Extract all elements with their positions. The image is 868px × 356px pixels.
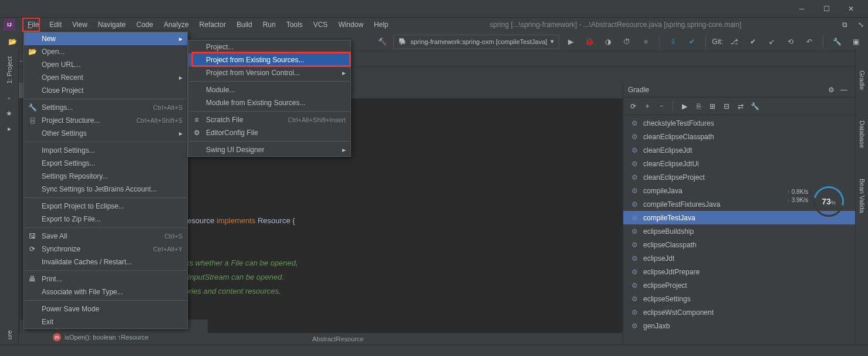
menu-navigate[interactable]: Navigate [93,19,131,31]
menu-vcs[interactable]: VCS [308,19,333,31]
file-export-settings[interactable]: Export Settings... [24,157,187,170]
debug-button[interactable]: 🐞 [582,34,597,49]
maximize-button[interactable]: ☐ [814,1,839,17]
show-options-icon[interactable]: ⇄ [734,100,747,113]
menu-view[interactable]: View [67,19,93,31]
new-project-from-version-control[interactable]: Project from Version Control...▸ [188,66,350,79]
structure-tool-tab[interactable]: ure [5,325,14,344]
gradle-task-row[interactable]: ⚙eclipseSettings [623,292,855,305]
gradle-task-tree[interactable]: ⚙checkstyleTestFixtures⚙cleanEclipseClas… [623,115,855,344]
menu-code[interactable]: Code [131,19,158,31]
file-print[interactable]: 🖶Print... [24,273,187,286]
attach-icon[interactable]: ⎘ [692,100,705,113]
git-history-button[interactable]: ⟲ [783,34,798,49]
add-icon[interactable]: ＋ [641,100,654,113]
gradle-task-row[interactable]: ⚙eclipseWstComponent [623,305,855,319]
file-associate[interactable]: Associate with File Type... [24,286,187,298]
build-button[interactable]: 🔨 [374,34,390,49]
gradle-task-row[interactable]: ⚙eclipseJdtPrepare [623,265,855,278]
bookmarks-icon[interactable]: ★ [4,108,15,119]
file-new[interactable]: New▸ [24,32,187,45]
gradle-task-row[interactable]: ⚙cleanEclipseJdtUi [623,157,855,170]
file-synchronize[interactable]: ⟳SynchronizeCtrl+Alt+Y [24,243,187,256]
tab-restore-icon[interactable]: ⧉ [837,18,852,32]
gradle-task-row[interactable]: ⚙eclipseClasspath [623,238,855,251]
file-settings-repository[interactable]: Settings Repository... [24,170,187,183]
file-open[interactable]: 📂Open... [24,45,187,58]
gradle-task-row[interactable]: ⚙checkstyleTestFixtures [623,116,855,130]
gradle-task-row[interactable]: ⚙cleanEclipseProject [623,170,855,184]
file-power-save[interactable]: Power Save Mode [24,303,187,315]
file-exit[interactable]: Exit [24,315,187,328]
menu-build[interactable]: Build [231,19,258,31]
vcs-commit-button[interactable]: ✔ [684,34,700,49]
gradle-task-row[interactable]: ⚙eclipseJdt [623,251,855,265]
structure-method-row[interactable]: misOpen(): boolean ↑Resource [20,331,208,343]
performance-widget[interactable]: 73% [812,184,846,219]
menu-tools[interactable]: Tools [281,19,308,31]
file-open-recent[interactable]: Open Recent▸ [24,71,187,84]
file-open-url[interactable]: Open URL... [24,58,187,71]
settings-button[interactable]: 🔧 [829,34,845,49]
git-revert-button[interactable]: ↶ [802,34,817,49]
file-sync-jetbrains[interactable]: Sync Settings to JetBrains Account... [24,183,187,196]
git-branch-button[interactable]: ⎇ [727,34,742,49]
menu-edit[interactable]: Edit [44,19,67,31]
file-invalidate-caches[interactable]: Invalidate Caches / Restart... [24,256,187,268]
commit-tool-icon[interactable]: ▸ [4,123,15,134]
new-module[interactable]: Module... [188,83,350,96]
minimize-button[interactable]: ─ [789,1,814,17]
gradle-task-row[interactable]: ⚙genJaxb [623,319,855,333]
gradle-task-row[interactable]: ⚙eclipseBuildship [623,224,855,238]
gradle-task-row[interactable]: ⚙cleanEclipseClasspath [623,130,855,143]
new-project[interactable]: Project... [188,41,350,53]
wrench-icon[interactable]: 🔧 [748,100,761,113]
gradle-task-row[interactable]: ⚙eclipseProject [623,278,855,292]
new-module-from-existing-sources[interactable]: Module from Existing Sources... [188,96,350,109]
coverage-button[interactable]: ◑ [600,34,616,49]
project-tool-tab[interactable]: 1: Project [5,52,14,88]
new-swing-ui-designer[interactable]: Swing UI Designer▸ [188,143,350,156]
profile-button[interactable]: ⏱ [619,34,634,49]
file-export-eclipse[interactable]: Export Project to Eclipse... [24,200,187,213]
expand-all-icon[interactable]: ⊞ [706,100,719,113]
database-tool-tab[interactable]: Database [857,117,867,152]
menu-refactor[interactable]: Refactor [194,19,231,31]
close-window-button[interactable]: ✕ [839,1,863,17]
file-export-zip[interactable]: Export to Zip File... [24,213,187,226]
new-project-from-existing-sources[interactable]: Project from Existing Sources... [188,53,350,66]
menu-window[interactable]: Window [333,19,369,31]
run-task-icon[interactable]: ▶ [678,100,691,113]
bean-validation-tool-tab[interactable]: Bean Valida [857,175,867,217]
vcs-update-button[interactable]: ⇩ [666,34,681,49]
file-import-settings[interactable]: Import Settings... [24,144,187,157]
git-commit-button[interactable]: ✔ [745,34,761,49]
refresh-icon[interactable]: ⟳ [627,100,640,113]
open-file-button[interactable]: 📂 [5,34,20,49]
new-scratch-file[interactable]: ≡Scratch FileCtrl+Alt+Shift+Insert [188,113,350,126]
file-save-all[interactable]: 🖫Save AllCtrl+S [24,230,187,243]
stop-button[interactable]: ■ [638,34,653,49]
git-pull-button[interactable]: ↙ [764,34,779,49]
menu-file[interactable]: File [22,19,44,31]
gear-icon[interactable]: ⚙ [825,83,837,96]
menu-analyze[interactable]: Analyze [158,19,194,31]
gear-icon: ⚙ [631,160,640,168]
gradle-task-row[interactable]: ⚙cleanEclipseJdt [623,143,855,157]
run-configuration-dropdown[interactable]: 🐘 spring-framework:spring-oxm [compileTe… [393,35,559,49]
fullscreen-icon[interactable]: ⤡ [854,18,868,32]
collapse-all-icon[interactable]: ⊟ [720,100,733,113]
find-action-button[interactable]: ▣ [848,34,863,49]
hide-panel-icon[interactable]: — [837,83,850,96]
file-other-settings[interactable]: Other Settings▸ [24,127,187,140]
new-editorconfig[interactable]: ⚙EditorConfig File [188,126,350,139]
gradle-tool-tab[interactable]: Gradle [857,67,867,93]
menu-help[interactable]: Help [369,19,394,31]
file-close-project[interactable]: Close Project [24,84,187,97]
menu-run[interactable]: Run [258,19,281,31]
notifications-icon[interactable]: ▫ [4,93,15,103]
run-button[interactable]: ▶ [563,34,578,49]
file-project-structure[interactable]: ⌸Project Structure...Ctrl+Alt+Shift+S [24,114,187,127]
remove-icon[interactable]: － [655,100,668,113]
file-settings[interactable]: 🔧Settings...Ctrl+Alt+S [24,101,187,114]
